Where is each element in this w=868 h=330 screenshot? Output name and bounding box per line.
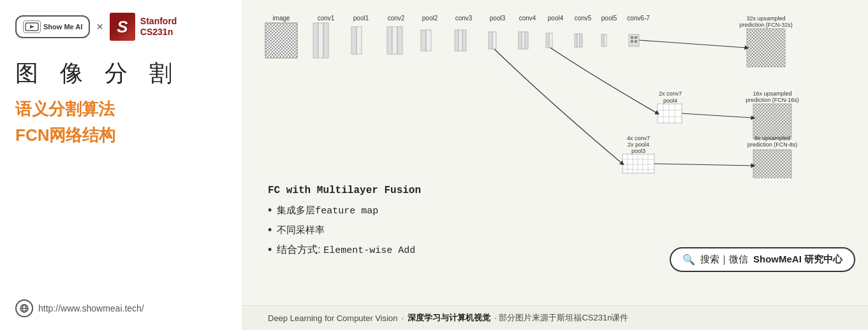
svg-text:2x conv7: 2x conv7 xyxy=(658,90,681,97)
svg-rect-31 xyxy=(459,30,462,51)
svg-rect-28 xyxy=(421,30,426,51)
svg-text:pool5: pool5 xyxy=(601,15,617,22)
fcn-diagram-svg: image conv1 pool1 conv2 pool2 conv3 pool… xyxy=(262,13,855,178)
svg-rect-22 xyxy=(323,23,328,58)
svg-rect-37 xyxy=(525,32,528,49)
svg-rect-19 xyxy=(265,23,297,58)
watermark: ShowMeAI xyxy=(830,0,868,305)
svg-rect-38 xyxy=(546,33,549,48)
svg-text:32x upsampled: 32x upsampled xyxy=(746,15,785,22)
svg-text:pool3: pool3 xyxy=(489,15,505,22)
svg-rect-39 xyxy=(549,33,552,48)
label-image: image xyxy=(272,15,290,22)
svg-text:conv3: conv3 xyxy=(455,15,472,22)
search-bar[interactable]: 🔍 搜索｜微信 ShowMeAI 研究中心 xyxy=(670,247,855,272)
svg-rect-46 xyxy=(631,36,633,39)
svg-rect-34 xyxy=(492,32,496,49)
stanford-text: Stanford CS231n xyxy=(140,16,177,38)
svg-rect-45 xyxy=(629,34,639,47)
fcn-diagram: image conv1 pool1 conv2 pool2 conv3 pool… xyxy=(268,13,849,178)
svg-rect-24 xyxy=(357,27,362,54)
svg-rect-55 xyxy=(658,104,682,123)
svg-rect-67 xyxy=(622,154,654,173)
svg-text:pool3: pool3 xyxy=(631,148,645,154)
svg-rect-44 xyxy=(604,34,607,47)
svg-text:2x pool4: 2x pool4 xyxy=(627,141,649,148)
svg-text:4x conv7: 4x conv7 xyxy=(626,135,649,141)
svg-rect-36 xyxy=(522,32,525,49)
footer: Deep Learning for Computer Vision · 深度学习… xyxy=(242,305,868,330)
svg-text:conv6-7: conv6-7 xyxy=(627,15,650,22)
bullet-item-1: 集成多层feature map xyxy=(268,204,472,217)
page-title: 图 像 分 割 xyxy=(15,59,226,89)
svg-rect-26 xyxy=(392,27,397,54)
search-text: 搜索｜微信 xyxy=(700,254,748,266)
website-link[interactable]: http://www.showmeai.tech/ xyxy=(15,299,226,317)
svg-rect-20 xyxy=(313,23,318,58)
svg-text:conv5: conv5 xyxy=(574,15,591,22)
text-section: FC with Multilayer Fusion 集成多层feature ma… xyxy=(268,185,472,263)
svg-rect-47 xyxy=(635,36,637,39)
bullet-item-2: 不同采样率 xyxy=(268,224,472,237)
content-area: image conv1 pool1 conv2 pool2 conv3 pool… xyxy=(242,0,868,305)
stanford-s-logo: S xyxy=(110,13,135,41)
footer-suffix: · 部分图片来源于斯坦福CS231n课件 xyxy=(494,312,628,324)
svg-text:conv2: conv2 xyxy=(387,15,404,22)
website-icon xyxy=(15,299,33,317)
svg-rect-78 xyxy=(753,150,791,178)
svg-rect-52 xyxy=(747,29,785,67)
svg-rect-41 xyxy=(577,34,580,47)
svg-rect-42 xyxy=(580,34,582,47)
svg-rect-49 xyxy=(635,40,637,43)
footer-dot1: · xyxy=(402,313,404,323)
showmeai-icon xyxy=(23,20,41,33)
svg-text:prediction (FCN-8s): prediction (FCN-8s) xyxy=(747,141,797,148)
section-title: 语义分割算法 xyxy=(15,99,226,120)
times-symbol: × xyxy=(96,20,103,34)
section-subtitle: FCN网络结构 xyxy=(15,124,226,147)
svg-rect-27 xyxy=(397,27,402,54)
svg-marker-1 xyxy=(30,25,34,29)
svg-rect-29 xyxy=(426,30,431,51)
svg-rect-33 xyxy=(489,32,492,49)
svg-text:pool4: pool4 xyxy=(663,97,677,104)
svg-text:pool2: pool2 xyxy=(422,15,438,22)
svg-rect-30 xyxy=(455,30,459,51)
bullet-list: 集成多层feature map 不同采样率 结合方式: Element-wise… xyxy=(268,204,472,257)
svg-text:pool4: pool4 xyxy=(547,15,563,22)
svg-text:conv4: conv4 xyxy=(519,15,536,22)
svg-rect-35 xyxy=(519,32,522,49)
search-brand: ShowMeAI 研究中心 xyxy=(753,254,842,266)
svg-rect-43 xyxy=(601,34,604,47)
logo-area: Show Me AI × S Stanford CS231n xyxy=(15,13,226,41)
showmeai-logo: Show Me AI xyxy=(15,15,90,38)
svg-rect-63 xyxy=(753,104,791,139)
search-icon: 🔍 xyxy=(682,254,695,266)
svg-rect-21 xyxy=(318,23,323,58)
svg-text:prediction (FCN-16s): prediction (FCN-16s) xyxy=(746,97,799,103)
svg-rect-32 xyxy=(462,30,466,51)
stanford-logo: S Stanford CS231n xyxy=(110,13,177,41)
svg-rect-40 xyxy=(575,34,577,47)
footer-zh: 深度学习与计算机视觉 xyxy=(408,312,490,324)
svg-text:8x upsampled: 8x upsampled xyxy=(754,135,790,141)
svg-text:16x upsampled: 16x upsampled xyxy=(753,90,791,97)
svg-text:prediction (FCN-32s): prediction (FCN-32s) xyxy=(739,22,793,28)
fc-fusion-title: FC with Multilayer Fusion xyxy=(268,185,472,196)
main-content: image conv1 pool1 conv2 pool2 conv3 pool… xyxy=(242,0,868,330)
svg-text:pool1: pool1 xyxy=(353,15,369,22)
svg-text:conv1: conv1 xyxy=(317,15,334,22)
svg-rect-25 xyxy=(387,27,392,54)
sidebar: Show Me AI × S Stanford CS231n 图 像 分 割 语… xyxy=(0,0,242,330)
website-url: http://www.showmeai.tech/ xyxy=(38,303,144,313)
svg-rect-48 xyxy=(631,40,633,43)
footer-en: Deep Learning for Computer Vision xyxy=(268,313,398,323)
svg-rect-23 xyxy=(351,27,357,54)
bottom-content: FC with Multilayer Fusion 集成多层feature ma… xyxy=(268,185,849,299)
bullet-item-3: 结合方式: Element-wise Add xyxy=(268,243,472,257)
showmeai-text: Show Me AI xyxy=(43,23,82,31)
